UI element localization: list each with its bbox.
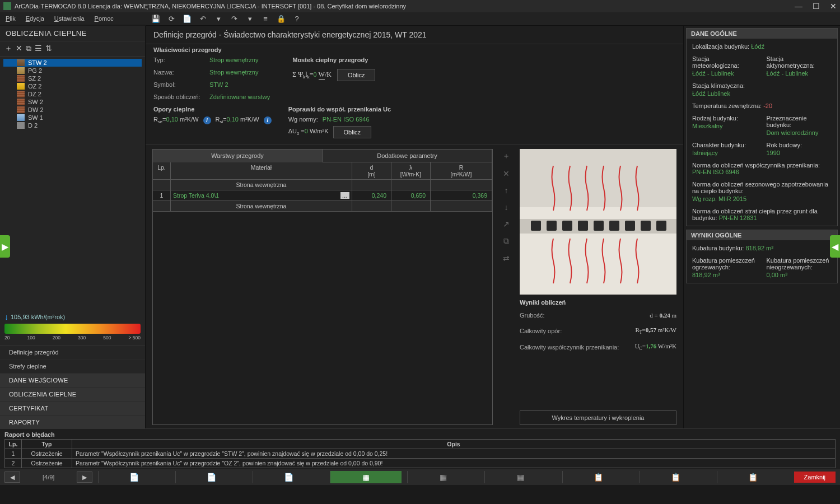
step-6-button[interactable]: ▦ (484, 471, 556, 483)
save-icon[interactable]: 💾 (151, 15, 160, 24)
wgnormy-value[interactable]: PN-EN ISO 6946 (323, 116, 370, 123)
properties-block: Typ:Strop wewnętrzny Nazwa:Strop wewnętr… (146, 53, 683, 104)
copy-icon[interactable]: ⧉ (26, 44, 31, 54)
nav-certyfikat[interactable]: CERTYFIKAT (0, 402, 145, 416)
nav-dane[interactable]: DANE WEJŚCIOWE (0, 374, 145, 388)
close-button[interactable]: ✕ (830, 2, 837, 11)
maximize-button[interactable]: ☐ (813, 2, 820, 11)
step-1-button[interactable]: 📄 (98, 471, 170, 483)
layers-icon[interactable]: ≡ (261, 15, 270, 24)
errors-table: Lp.TypOpis 1OstrzeżenieParametr "Współcz… (4, 439, 836, 468)
typ-value[interactable]: Strop wewnętrzny (209, 57, 258, 63)
lokalizacja-value: Łódź (751, 43, 764, 50)
col-material: Materiał (171, 162, 352, 179)
move-up-icon[interactable]: ↑ (505, 186, 508, 195)
nazwa-label: Nazwa: (153, 69, 204, 76)
grubosc-label: Grubość: (520, 312, 645, 319)
tree-item-dw2[interactable]: DW 2 (3, 106, 142, 114)
partition-icon (17, 83, 25, 90)
refresh-icon[interactable]: ⟳ (167, 15, 176, 24)
nav-raporty[interactable]: RAPORTY (0, 416, 145, 430)
settings-layer-icon[interactable]: ⇄ (503, 254, 510, 263)
redo-icon[interactable]: ↷ (230, 15, 239, 24)
right-flap[interactable]: ◀ (830, 235, 840, 258)
step-7-button[interactable]: 📋 (562, 471, 634, 483)
oblicz-mostek-button[interactable]: Oblicz (337, 69, 376, 81)
svg-rect-3 (578, 221, 588, 231)
error-row[interactable]: 2OstrzeżenieParametr "Współczynnik przen… (5, 459, 836, 468)
sort-icon[interactable]: ⇅ (45, 44, 52, 54)
step-8-button[interactable]: 📋 (640, 471, 711, 483)
tree-item-stw2[interactable]: STW 2 (3, 59, 142, 67)
partition-icon (17, 106, 25, 113)
rse-value: Rse=0,10 m²K/W (153, 116, 199, 124)
tree-item-sw1[interactable]: SW 1 (3, 114, 142, 122)
info-icon[interactable]: i (203, 116, 211, 124)
add-icon[interactable]: ＋ (4, 44, 12, 54)
tab-extra[interactable]: Dodatkowe parametry (323, 150, 492, 162)
error-row[interactable]: 1OstrzeżenieParametr "Współczynnik przen… (5, 449, 836, 459)
error-report: Raport o błędach Lp.TypOpis 1Ostrzeżenie… (0, 428, 840, 469)
errors-title: Raport o błędach (4, 430, 836, 439)
document-icon[interactable]: 📄 (183, 15, 192, 24)
step-5-button[interactable]: ▦ (407, 471, 479, 483)
tree-item-d2[interactable]: D 2 (3, 122, 142, 129)
tab-layers[interactable]: Warstwy przegrody (153, 150, 323, 162)
tree-item-pg2[interactable]: PG 2 (3, 67, 142, 74)
menu-edit[interactable]: Edycja (26, 15, 44, 22)
remove-icon[interactable]: ✕ (16, 44, 22, 54)
browse-material-button[interactable]: … (340, 192, 350, 199)
help-icon[interactable]: ? (292, 15, 301, 24)
minimize-button[interactable]: ― (795, 2, 802, 11)
menu-file[interactable]: Plik (6, 15, 16, 22)
col-lp: Lp. (153, 162, 171, 179)
nav-strefy[interactable]: Strefy cieplne (0, 360, 145, 374)
center-body: Warstwy przegrody Dodatkowe parametry Lp… (146, 144, 683, 430)
close-app-button[interactable]: Zamknij (794, 472, 836, 483)
undo-icon[interactable]: ↶ (198, 15, 207, 24)
tree-item-oz2[interactable]: OZ 2 (3, 82, 142, 90)
step-4-button[interactable]: ▦ (330, 471, 402, 483)
undo-dropdown-icon[interactable]: ▾ (214, 15, 223, 24)
delete-layer-icon[interactable]: ✕ (503, 169, 510, 178)
dane-ogolne-header: DANE OGÓLNE (687, 29, 837, 39)
arrow-down-icon: ↓ (4, 312, 8, 321)
typ-label: Typ: (153, 57, 204, 63)
nav-definicje[interactable]: Definicje przegród (0, 346, 145, 360)
menu-help[interactable]: Pomoc (95, 15, 114, 22)
nav-obliczenia[interactable]: OBLICZENIA CIEPLNE (0, 388, 145, 402)
tree-icon[interactable]: ☰ (35, 44, 42, 54)
titlebar: ArCADia-TERMOCAD 8.0 Licencja dla: WEWNĘ… (0, 0, 840, 12)
add-layer-icon[interactable]: ＋ (502, 151, 510, 161)
row-inner-bottom: Strona wewnętrzna (153, 201, 492, 212)
wgnormy-label: Wg normy: (288, 116, 318, 123)
step-2-button[interactable]: 📄 (175, 471, 247, 483)
chart-button[interactable]: Wykres temperatury i wykroplenia (520, 410, 676, 425)
left-flap[interactable]: ▶ (0, 235, 10, 258)
layers-panel: Warstwy przegrody Dodatkowe parametry Lp… (152, 149, 493, 425)
move-down-icon[interactable]: ↓ (505, 203, 508, 212)
energy-value: 105,93 kWh/(m²rok) (11, 314, 65, 320)
tree-item-sw2[interactable]: SW 2 (3, 98, 142, 106)
partition-icon (17, 75, 25, 82)
oblicz-uc-button[interactable]: Oblicz (333, 126, 372, 138)
next-page-button[interactable]: ▶ (77, 472, 92, 483)
layer-row-1[interactable]: 1 Strop Teriva 4.0\1 … 0,240 0,650 0,369 (153, 190, 492, 201)
page-indicator: [4/9] (26, 474, 71, 480)
sposob-value[interactable]: Zdefiniowane warstwy (209, 94, 270, 100)
menu-settings[interactable]: Ustawienia (54, 15, 85, 22)
tree-item-dz2[interactable]: DZ 2 (3, 90, 142, 98)
svg-rect-0 (531, 221, 541, 231)
copy-layer-icon[interactable]: ⧉ (503, 236, 509, 246)
tree-item-sz2[interactable]: SZ 2 (3, 74, 142, 82)
center-title: Definicje przegród - Świadectwo charakte… (146, 26, 683, 44)
lock-icon[interactable]: 🔒 (277, 15, 286, 24)
prev-page-button[interactable]: ◀ (4, 472, 20, 483)
redo-dropdown-icon[interactable]: ▾ (245, 15, 254, 24)
symbol-value[interactable]: STW 2 (209, 81, 228, 88)
step-9-button[interactable]: 📋 (717, 471, 788, 483)
nazwa-value[interactable]: Strop wewnętrzny (209, 69, 258, 76)
info-icon[interactable]: i (264, 116, 272, 124)
library-icon[interactable]: ↗ (503, 220, 510, 228)
step-3-button[interactable]: 📄 (253, 471, 324, 483)
